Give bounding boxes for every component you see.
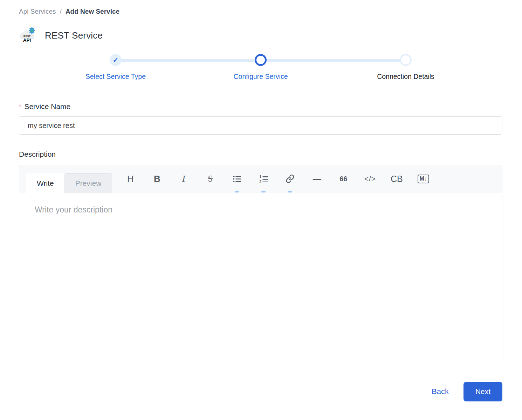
- stepper: ✓ Select Service Type Configure Service …: [19, 50, 502, 86]
- breadcrumb: Api Services / Add New Service: [19, 8, 502, 15]
- step-connection-details[interactable]: Connection Details: [350, 54, 462, 81]
- quote-icon[interactable]: 66: [333, 169, 353, 189]
- tab-write[interactable]: Write: [26, 173, 64, 193]
- breadcrumb-api-services[interactable]: Api Services: [19, 8, 56, 15]
- required-marker: *: [19, 103, 21, 110]
- ordered-list-icon[interactable]: 1 2: [253, 169, 274, 189]
- next-button[interactable]: Next: [463, 382, 502, 401]
- step-pending-circle[interactable]: [400, 54, 412, 66]
- editor-tool-buttons: H B I S 1: [117, 165, 437, 193]
- add-new-service-page: Api Services / Add New Service: [0, 0, 522, 401]
- step-active-circle[interactable]: [255, 54, 267, 66]
- description-editor: Write Preview H B I S: [19, 165, 502, 364]
- unordered-list-icon[interactable]: [227, 169, 247, 189]
- markdown-icon[interactable]: M↓: [413, 169, 433, 189]
- step-configure-service[interactable]: Configure Service: [205, 54, 317, 81]
- breadcrumb-separator: /: [60, 8, 62, 15]
- rest-api-icon: REST API: [19, 27, 36, 44]
- svg-text:1: 1: [259, 175, 261, 179]
- service-name-label: *Service Name: [19, 102, 502, 111]
- heading-icon[interactable]: H: [120, 169, 140, 189]
- back-button[interactable]: Back: [432, 387, 449, 396]
- svg-text:API: API: [23, 38, 31, 43]
- step-label: Configure Service: [205, 73, 317, 81]
- gear-icon: [29, 27, 35, 34]
- breadcrumb-add-new-service: Add New Service: [66, 8, 119, 15]
- svg-text:2: 2: [259, 179, 261, 183]
- step-completed-check-icon[interactable]: ✓: [110, 54, 122, 66]
- code-icon[interactable]: </>: [360, 169, 380, 189]
- editor-body: [19, 193, 502, 364]
- link-icon[interactable]: [280, 169, 300, 189]
- editor-toolbar: Write Preview H B I S: [19, 165, 502, 193]
- step-label: Select Service Type: [60, 73, 172, 81]
- strikethrough-icon[interactable]: S: [200, 169, 220, 189]
- italic-icon[interactable]: I: [173, 169, 194, 189]
- editor-tabs: Write Preview: [26, 173, 112, 193]
- page-header: REST API REST Service: [19, 27, 502, 44]
- wizard-footer: Back Next: [19, 382, 502, 401]
- service-name-input[interactable]: [19, 116, 502, 135]
- horizontal-rule-icon[interactable]: —: [307, 169, 327, 189]
- step-select-service-type[interactable]: ✓ Select Service Type: [60, 54, 172, 81]
- description-label: Description: [19, 150, 502, 158]
- bold-icon[interactable]: B: [147, 169, 167, 189]
- page-title: REST Service: [45, 30, 103, 41]
- tab-preview[interactable]: Preview: [64, 173, 112, 193]
- description-textarea[interactable]: [19, 193, 502, 364]
- step-label: Connection Details: [350, 73, 462, 81]
- code-block-icon[interactable]: CB: [386, 169, 407, 189]
